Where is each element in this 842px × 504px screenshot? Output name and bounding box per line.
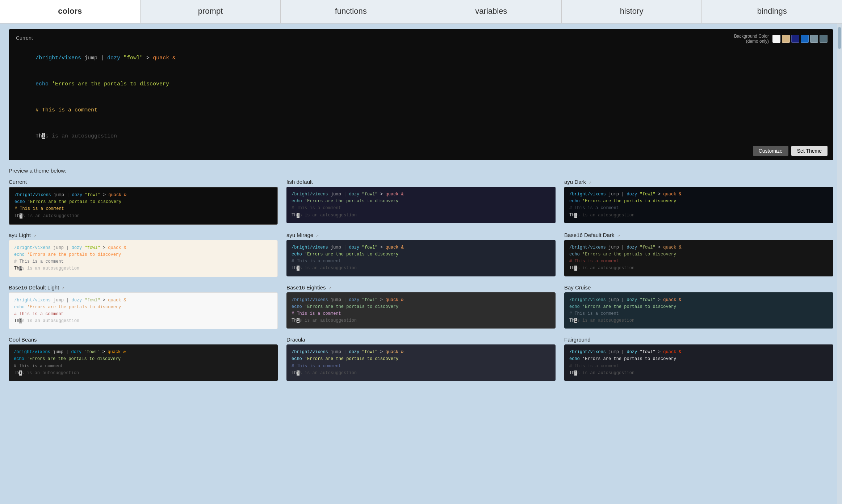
kw-token: quack — [153, 55, 169, 61]
str-token: "fowl" — [123, 55, 143, 61]
swatch-dark[interactable] — [820, 35, 828, 43]
current-preview-box: Current Background Color(demo only) /bri… — [9, 29, 833, 160]
current-label: Current — [16, 35, 826, 41]
theme-item-current[interactable]: Current /bright/vixens jump | dozy "fowl… — [9, 179, 278, 225]
theme-item-fairground[interactable]: Fairground /bright/vixens jump | dozy "f… — [564, 336, 833, 381]
customize-button[interactable]: Customize — [753, 146, 788, 156]
tab-colors[interactable]: colors — [0, 0, 141, 23]
theme-preview-cool-beans: /bright/vixens jump | dozy "fowl" > quac… — [9, 344, 278, 381]
theme-item-ayu-dark[interactable]: ayu Dark ↗ /bright/vixens jump | dozy "f… — [564, 179, 833, 225]
swatch-gray[interactable] — [810, 35, 818, 43]
theme-name-base16-light: Base16 Default Light ↗ — [9, 284, 278, 291]
theme-preview-fairground: /bright/vixens jump | dozy "fowl" > quac… — [564, 344, 833, 381]
theme-name-cool-beans: Cool Beans — [9, 336, 278, 343]
set-theme-button[interactable]: Set Theme — [791, 146, 828, 156]
code-line-3: # This is a comment — [16, 97, 826, 123]
theme-name-bay-cruise: Bay Cruise — [564, 284, 833, 291]
theme-name-current: Current — [9, 179, 278, 185]
swatch-tan[interactable] — [782, 35, 790, 43]
theme-item-base16-eighties[interactable]: Base16 Eighties ↗ /bright/vixens jump | … — [286, 284, 556, 330]
tab-variables[interactable]: variables — [421, 0, 562, 23]
cursor: i — [42, 133, 45, 139]
theme-preview-base16-light: /bright/vixens jump | dozy "fowl" > quac… — [9, 292, 278, 330]
theme-item-dracula[interactable]: Dracula /bright/vixens jump | dozy "fowl… — [286, 336, 556, 381]
theme-name-fairground: Fairground — [564, 336, 833, 343]
theme-name-base16-eighties: Base16 Eighties ↗ — [286, 284, 556, 291]
scrollbar-thumb[interactable] — [838, 27, 841, 49]
path-token: /bright/vixens — [35, 55, 81, 61]
nav-tabs: colors prompt functions variables histor… — [0, 0, 842, 24]
theme-preview-current: /bright/vixens jump | dozy "fowl" > quac… — [9, 187, 278, 225]
theme-preview-ayu-dark: /bright/vixens jump | dozy "fowl" > quac… — [564, 187, 833, 223]
swatch-navy[interactable] — [791, 35, 799, 43]
tab-functions[interactable]: functions — [281, 0, 421, 23]
swatch-blue[interactable] — [801, 35, 809, 43]
theme-preview-base16-dark: /bright/vixens jump | dozy "fowl" > quac… — [564, 240, 833, 276]
theme-item-base16-dark[interactable]: Base16 Default Dark ↗ /bright/vixens jum… — [564, 232, 833, 277]
theme-grid: Current /bright/vixens jump | dozy "fowl… — [9, 179, 833, 381]
cmd-token: dozy — [107, 55, 120, 61]
swatch-white[interactable] — [772, 35, 780, 43]
code-line-4: This is an autosuggestion — [16, 123, 826, 149]
theme-name-ayu-light: ayu Light ↗ — [9, 232, 278, 238]
tab-bindings[interactable]: bindings — [702, 0, 842, 23]
theme-preview-fish-default: /bright/vixens jump | dozy "fowl" > quac… — [286, 187, 556, 223]
theme-name-base16-dark: Base16 Default Dark ↗ — [564, 232, 833, 238]
bg-swatches-area: Background Color(demo only) — [734, 34, 828, 44]
theme-preview-ayu-mirage: /bright/vixens jump | dozy "fowl" > quac… — [286, 240, 556, 276]
theme-name-ayu-dark: ayu Dark ↗ — [564, 179, 833, 185]
preview-actions: Customize Set Theme — [753, 146, 828, 156]
theme-name-ayu-mirage: ayu Mirage ↗ — [286, 232, 556, 238]
theme-item-base16-light[interactable]: Base16 Default Light ↗ /bright/vixens ju… — [9, 284, 278, 330]
theme-item-bay-cruise[interactable]: Bay Cruise /bright/vixens jump | dozy "f… — [564, 284, 833, 330]
preview-section-label: Preview a theme below: — [9, 168, 833, 174]
tab-prompt[interactable]: prompt — [141, 0, 281, 23]
code-line-1: /bright/vixens jump | dozy "fowl" > quac… — [16, 45, 826, 71]
theme-item-cool-beans[interactable]: Cool Beans /bright/vixens jump | dozy "f… — [9, 336, 278, 381]
theme-preview-base16-eighties: /bright/vixens jump | dozy "fowl" > quac… — [286, 292, 556, 329]
theme-name-fish-default: fish default — [286, 179, 556, 185]
theme-preview-dracula: /bright/vixens jump | dozy "fowl" > quac… — [286, 344, 556, 381]
theme-name-dracula: Dracula — [286, 336, 556, 343]
main-content: Current Background Color(demo only) /bri… — [0, 24, 842, 504]
code-line-2: echo 'Errors are the portals to discover… — [16, 71, 826, 97]
theme-item-fish-default[interactable]: fish default /bright/vixens jump | dozy … — [286, 179, 556, 225]
theme-item-ayu-mirage[interactable]: ayu Mirage ↗ /bright/vixens jump | dozy … — [286, 232, 556, 277]
scrollbar[interactable] — [837, 24, 842, 504]
theme-preview-bay-cruise: /bright/vixens jump | dozy "fowl" > quac… — [564, 292, 833, 329]
tab-history[interactable]: history — [562, 0, 702, 23]
theme-preview-ayu-light: /bright/vixens jump | dozy "fowl" > quac… — [9, 240, 278, 277]
bg-swatch-label: Background Color(demo only) — [734, 34, 769, 44]
theme-item-ayu-light[interactable]: ayu Light ↗ /bright/vixens jump | dozy "… — [9, 232, 278, 277]
